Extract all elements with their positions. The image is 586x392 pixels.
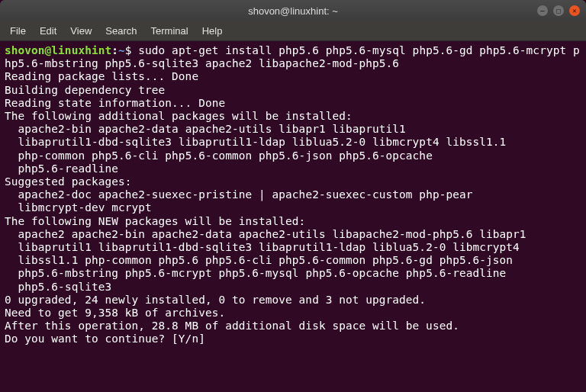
- output-line: The following NEW packages will be insta…: [5, 215, 305, 227]
- minimize-icon: –: [540, 7, 544, 14]
- maximize-icon: □: [556, 7, 560, 14]
- output-line: apache2-bin apache2-data apache2-utils l…: [5, 123, 406, 135]
- output-line: apache2-doc apache2-suexec-pristine | ap…: [5, 188, 472, 201]
- window-controls: – □ ✕: [537, 5, 580, 16]
- output-line: php5.6-readline: [5, 162, 118, 175]
- output-line: php-common php5.6-cli php5.6-common php5…: [5, 149, 433, 162]
- menu-file[interactable]: File: [5, 23, 31, 39]
- output-line: 0 upgraded, 24 newly installed, 0 to rem…: [5, 294, 426, 306]
- output-line: libaprutil1 libaprutil1-dbd-sqlite3 liba…: [5, 241, 520, 253]
- output-line: libssl1.1 php-common php5.6 php5.6-cli p…: [5, 254, 513, 266]
- output-line: php5.6-sqlite3: [5, 281, 111, 293]
- window-title: shovon@linuxhint: ~: [248, 5, 338, 17]
- prompt-user-host: shovon@linuxhint: [5, 44, 111, 56]
- prompt-colon: :: [111, 44, 118, 56]
- output-line: Building dependency tree: [5, 84, 165, 96]
- output-line: Reading state information... Done: [5, 97, 225, 109]
- output-line: libaprutil1-dbd-sqlite3 libaprutil1-ldap…: [5, 136, 506, 148]
- output-line: apache2 apache2-bin apache2-data apache2…: [5, 228, 526, 240]
- close-icon: ✕: [572, 7, 576, 14]
- close-button[interactable]: ✕: [569, 5, 580, 16]
- maximize-button[interactable]: □: [553, 5, 564, 16]
- titlebar[interactable]: shovon@linuxhint: ~ – □ ✕: [0, 0, 586, 21]
- menu-help[interactable]: Help: [197, 23, 228, 39]
- prompt-path: ~: [118, 44, 125, 56]
- output-line: Need to get 9,358 kB of archives.: [5, 307, 225, 319]
- menu-terminal[interactable]: Terminal: [146, 23, 194, 39]
- menu-search[interactable]: Search: [100, 23, 142, 39]
- output-line: php5.6-mbstring php5.6-mcrypt php5.6-mys…: [5, 267, 506, 279]
- output-line: Reading package lists... Done: [5, 70, 198, 82]
- terminal-output[interactable]: shovon@linuxhint:~$ sudo apt-get install…: [0, 41, 586, 392]
- output-line: After this operation, 28.8 MB of additio…: [5, 320, 459, 332]
- output-line: Suggested packages:: [5, 175, 132, 188]
- output-line: The following additional packages will b…: [5, 110, 353, 122]
- menubar: File Edit View Search Terminal Help: [0, 21, 586, 41]
- minimize-button[interactable]: –: [537, 5, 548, 16]
- output-line: libmcrypt-dev mcrypt: [5, 201, 152, 214]
- prompt-symbol: $: [125, 44, 132, 56]
- menu-view[interactable]: View: [65, 23, 97, 39]
- menu-edit[interactable]: Edit: [34, 23, 62, 39]
- terminal-window: shovon@linuxhint: ~ – □ ✕ File Edit View…: [0, 0, 586, 392]
- output-line: Do you want to continue? [Y/n]: [5, 333, 212, 345]
